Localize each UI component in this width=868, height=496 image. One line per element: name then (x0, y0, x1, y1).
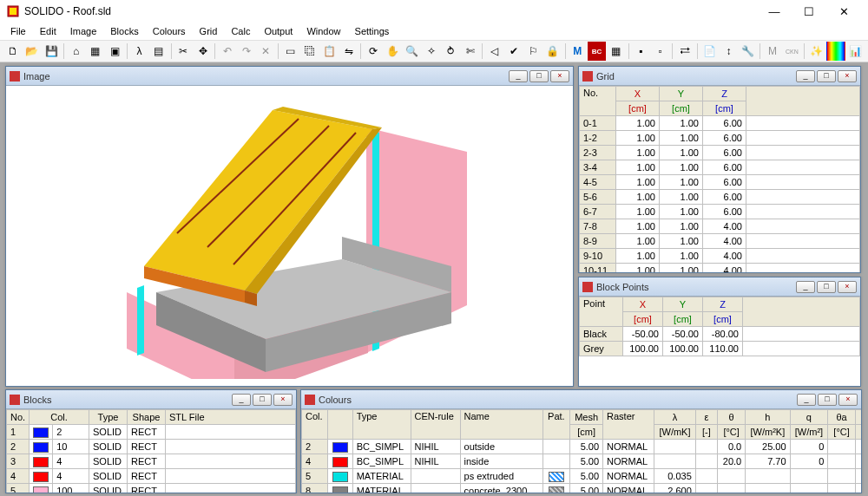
image-titlebar[interactable]: Image _ □ × (6, 67, 573, 86)
blocks-table[interactable]: No. Col. Type Shape STL File 12SOLIDRECT… (6, 409, 296, 493)
maximize-button[interactable]: ☐ (792, 0, 826, 23)
clip-icon[interactable]: ▭ (281, 42, 299, 61)
table-row[interactable]: 1-21.001.006.00 (580, 131, 860, 146)
bc-icon[interactable]: BC (588, 42, 606, 61)
rotate-icon[interactable]: ⥁ (442, 42, 460, 61)
menu-settings[interactable]: Settings (348, 24, 397, 38)
table-row[interactable]: 8-91.001.004.00 (580, 234, 860, 249)
table-row[interactable]: 7-81.001.004.00 (580, 219, 860, 234)
undo-icon[interactable]: ↶ (218, 42, 236, 61)
blockpoints-table[interactable]: Point X Y Z [cm] [cm] [cm] Black-50.00-5… (579, 297, 860, 356)
table-row[interactable]: 5100SOLIDRECT (7, 484, 296, 493)
blocks-titlebar[interactable]: Blocks _ □ × (6, 390, 296, 409)
move-icon[interactable]: ✥ (194, 42, 212, 61)
table-row[interactable]: 2-31.001.006.00 (580, 146, 860, 160)
sel-icon[interactable]: ▫ (651, 42, 669, 61)
new-icon[interactable]: 🗋 (3, 42, 22, 61)
blocks-close-button[interactable]: × (273, 394, 293, 406)
grid-max-button[interactable]: □ (817, 70, 836, 82)
table-row[interactable]: 9-101.001.004.00 (580, 249, 860, 264)
image-min-button[interactable]: _ (509, 70, 528, 82)
table-row[interactable]: Grey100.00100.00110.00 (580, 342, 860, 356)
bp-min-button[interactable]: _ (796, 281, 815, 293)
paste-icon[interactable]: 📋 (320, 42, 339, 61)
grid-icon[interactable]: ▤ (149, 42, 168, 61)
wrench-icon[interactable]: 🔧 (739, 42, 757, 61)
image-max-button[interactable]: □ (529, 70, 549, 82)
flip-icon[interactable]: ⇋ (339, 42, 358, 61)
bp-max-button[interactable]: □ (817, 281, 836, 293)
copy2-icon[interactable]: 📄 (700, 42, 718, 61)
home-icon[interactable]: ⌂ (67, 42, 85, 61)
table-row[interactable]: 5-61.001.006.00 (580, 190, 860, 205)
rainbow-icon[interactable] (826, 42, 845, 61)
delete-icon[interactable]: ✕ (257, 42, 275, 61)
menu-file[interactable]: File (3, 24, 33, 38)
table-row[interactable]: 34SOLIDRECT (7, 454, 296, 469)
colours-body[interactable]: Col. Type CEN-rule Name Pat. Mesh Raster… (301, 409, 861, 493)
arrow-icon[interactable]: ↕ (720, 42, 738, 61)
marker-icon[interactable]: ⚐ (524, 42, 542, 61)
blocks-min-button[interactable]: _ (232, 394, 251, 406)
menu-blocks[interactable]: Blocks (103, 24, 145, 38)
grid3-icon[interactable]: ▦ (607, 42, 625, 61)
menu-output[interactable]: Output (257, 24, 299, 38)
lock-icon[interactable]: 🔒 (543, 42, 562, 61)
blocks-max-button[interactable]: □ (253, 394, 272, 406)
redo-icon[interactable]: ↷ (237, 42, 255, 61)
table-row[interactable]: 210SOLIDRECT (7, 440, 296, 454)
table-row[interactable]: 0-11.001.006.00 (580, 116, 860, 131)
table-row[interactable]: 44SOLIDRECT (7, 469, 296, 484)
grid-titlebar[interactable]: Grid _ □ × (579, 67, 860, 86)
m-icon[interactable]: M (569, 42, 587, 61)
table-row[interactable]: 5MATERIALps extruded5.00NORMAL0.035 (302, 469, 862, 484)
colours-min-button[interactable]: _ (797, 394, 816, 406)
table-row[interactable]: 4-51.001.006.00 (580, 175, 860, 190)
cubes-icon[interactable]: ▣ (106, 42, 124, 61)
image-close-button[interactable]: × (550, 70, 569, 82)
menu-calc[interactable]: Calc (224, 24, 257, 38)
blocks-body[interactable]: No. Col. Type Shape STL File 12SOLIDRECT… (6, 409, 296, 493)
blockpoints-body[interactable]: Point X Y Z [cm] [cm] [cm] Black-50.00-5… (579, 297, 860, 386)
table-row[interactable]: 3-41.001.006.00 (580, 160, 860, 175)
save-icon[interactable]: 💾 (43, 42, 61, 61)
flip2-icon[interactable]: ⮂ (675, 42, 694, 61)
dot-icon[interactable]: ▪ (632, 42, 650, 61)
table-row[interactable]: 6-71.001.006.00 (580, 205, 860, 219)
table-row[interactable]: 10-111.001.004.00 (580, 264, 860, 273)
table-row[interactable]: 12SOLIDRECT (7, 425, 296, 440)
menu-grid[interactable]: Grid (193, 24, 225, 38)
menu-window[interactable]: Window (299, 24, 347, 38)
grid-body[interactable]: No. X Y Z [cm] [cm] [cm] 0-11.001.006.00… (579, 86, 860, 272)
table-row[interactable]: 2BC_SIMPLNIHILoutside5.00NORMAL0.025.000 (302, 440, 862, 454)
wand-icon[interactable]: ✨ (807, 42, 825, 61)
colours-close-button[interactable]: × (838, 394, 858, 406)
fit-icon[interactable]: ✧ (422, 42, 440, 61)
table-row[interactable]: 4BC_SIMPLNIHILinside5.00NORMAL20.07.700 (302, 454, 862, 469)
open-icon[interactable]: 📂 (23, 42, 41, 61)
cut-icon[interactable]: ✂ (174, 42, 193, 61)
lambda-icon[interactable]: λ (130, 42, 148, 61)
table-row[interactable]: Black-50.00-50.00-80.00 (580, 327, 860, 342)
zoom-icon[interactable]: 🔍 (403, 42, 421, 61)
pan-icon[interactable]: ✋ (384, 42, 402, 61)
grid-table[interactable]: No. X Y Z [cm] [cm] [cm] 0-11.001.006.00… (579, 86, 860, 272)
check-icon[interactable]: ✔ (505, 42, 523, 61)
colours-table[interactable]: Col. Type CEN-rule Name Pat. Mesh Raster… (301, 409, 861, 493)
palette-icon[interactable]: ▦ (86, 42, 104, 61)
menu-colours[interactable]: Colours (146, 24, 193, 38)
blockpoints-titlebar[interactable]: Block Points _ □ × (579, 277, 860, 297)
colours-max-button[interactable]: □ (818, 394, 837, 406)
grid-min-button[interactable]: _ (796, 70, 815, 82)
close-button[interactable]: ✕ (826, 0, 861, 23)
table-row[interactable]: 8MATERIALconcrete_23005.00NORMAL2.600 (302, 484, 862, 493)
copy-icon[interactable]: ⿻ (300, 42, 319, 61)
chart-icon[interactable]: 📊 (846, 42, 865, 61)
ckn-icon[interactable]: CKN (783, 42, 801, 61)
image-viewport[interactable] (6, 86, 573, 386)
scissors2-icon[interactable]: ✄ (461, 42, 479, 61)
grid-close-button[interactable]: × (838, 70, 857, 82)
refresh-icon[interactable]: ⟳ (364, 42, 382, 61)
colours-titlebar[interactable]: Colours _ □ × (301, 390, 861, 409)
menu-image[interactable]: Image (63, 24, 104, 38)
